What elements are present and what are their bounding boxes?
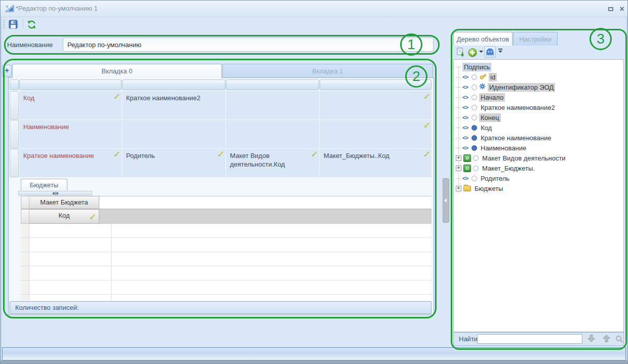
app-icon <box>5 5 14 14</box>
save-icon <box>8 19 18 29</box>
toolbar-grip[interactable] <box>4 20 5 29</box>
grid-column-header[interactable] <box>320 79 431 90</box>
tab-derevo-obektov[interactable]: Дерево объектов <box>453 32 513 46</box>
grid-cell[interactable]: Наименование <box>19 120 122 148</box>
tree-item-maket-byudzhety[interactable]: + D Макет_Бюджеты. <box>454 163 623 173</box>
tree-item-identifikator-eod[interactable]: <> Идентификатор ЭОД <box>454 82 623 92</box>
add-dropdown-icon[interactable] <box>479 51 483 53</box>
nested-key-cell[interactable]: Код <box>29 209 99 224</box>
pencil-icon <box>218 150 224 159</box>
empty-row[interactable] <box>21 295 431 301</box>
name-input[interactable] <box>63 37 434 52</box>
empty-row[interactable] <box>21 266 431 280</box>
tree-item-nachalo[interactable]: <> Начало <box>454 92 623 102</box>
column-resize-splitter[interactable] <box>18 191 92 195</box>
gear-icon <box>479 83 486 91</box>
row-header[interactable] <box>10 120 19 148</box>
grid-column-header[interactable] <box>226 79 319 90</box>
arrow-down-icon <box>586 334 596 343</box>
add-icon <box>468 48 477 57</box>
pencil-icon <box>114 150 120 159</box>
xml-tag-icon: <> <box>462 74 469 80</box>
panel-splitter[interactable] <box>443 178 449 223</box>
empty-row[interactable] <box>21 224 431 238</box>
close-button[interactable]: × <box>617 5 626 13</box>
grid-row: Наименование <box>10 120 431 148</box>
import-structure-icon <box>455 47 465 57</box>
tree-item-konets[interactable]: <> Конец <box>454 112 623 123</box>
row-header[interactable] <box>10 91 19 119</box>
row-header[interactable] <box>21 196 29 209</box>
pencil-icon <box>114 93 120 101</box>
splitter-right-arrow-icon <box>57 192 59 195</box>
xml-tag-icon: <> <box>462 145 469 151</box>
grid-cell[interactable] <box>320 91 431 119</box>
tab-vkladka-1[interactable]: Вкладка 1 <box>222 64 433 78</box>
empty-row[interactable] <box>21 280 431 295</box>
save-button[interactable] <box>7 18 19 30</box>
tree-item-naimenovanie[interactable]: <> Наименование <box>454 143 623 153</box>
maximize-button[interactable] <box>606 5 615 13</box>
grid-cell[interactable]: Макет_Бюджеты..Код <box>320 149 431 177</box>
filled-circle-icon <box>472 145 477 151</box>
radio-circle-icon <box>472 95 477 100</box>
find-next-button[interactable] <box>586 334 596 345</box>
key-icon <box>479 73 487 81</box>
add-tab-button[interactable]: + <box>2 65 12 77</box>
nested-grid-key-row: Код <box>21 209 431 224</box>
expand-plus-icon[interactable]: + <box>456 186 461 191</box>
refresh-button[interactable] <box>25 18 37 30</box>
tree-item-byudzhety[interactable]: + Бюджеты <box>454 183 623 193</box>
grid-column-header[interactable] <box>122 79 225 90</box>
tree-toolbar <box>452 46 624 59</box>
find-input[interactable] <box>477 334 582 344</box>
name-field-label: Наименование <box>7 41 53 49</box>
main-toolbar <box>1 17 627 31</box>
radio-circle-icon <box>473 166 479 171</box>
toolbar-overflow-button[interactable] <box>498 49 502 53</box>
grid-cell[interactable]: Родитель <box>122 149 225 177</box>
tree-item-kod[interactable]: <> Код <box>454 123 623 133</box>
title-bar: *Редактор по-умолчанию 1 × <box>1 1 627 17</box>
row-header[interactable] <box>21 209 29 224</box>
ghost-icon <box>486 48 494 56</box>
add-node-button[interactable] <box>466 47 479 59</box>
ghost-button[interactable] <box>484 46 496 58</box>
empty-row[interactable] <box>21 252 431 266</box>
xml-tag-icon: <> <box>462 84 469 90</box>
tab-vkladka-0[interactable]: Вкладка 0 <box>12 64 222 78</box>
expand-plus-icon[interactable]: + <box>456 166 461 171</box>
find-prev-button[interactable] <box>602 334 611 345</box>
grid-cell[interactable]: Макет Видов деятельности.Код <box>226 149 319 177</box>
expand-plus-icon[interactable]: + <box>456 155 461 161</box>
tree-item-kratkoe-naimenovanie[interactable]: <> Краткое наименование <box>454 133 623 143</box>
tree-item-id[interactable]: <> id <box>454 72 623 82</box>
toolbar-separator <box>23 19 23 29</box>
refresh-icon <box>27 20 36 29</box>
editor-grid: Код Краткое наименование2 Наименование К… <box>8 77 434 315</box>
grid-cell[interactable] <box>226 91 319 119</box>
tree-item-podpis[interactable]: Подпись <box>454 62 623 72</box>
grid-cell[interactable]: Краткое наименование <box>19 149 122 177</box>
search-button[interactable] <box>615 335 623 345</box>
tree-item-kratkoe-naimenovanie2[interactable]: <> Краткое наименование2 <box>454 102 623 112</box>
import-structure-button[interactable] <box>454 46 466 58</box>
grid-cell[interactable] <box>122 120 225 148</box>
tree-item-roditel[interactable]: <> Родитель <box>454 173 623 183</box>
empty-row[interactable] <box>21 238 431 252</box>
nested-data-area[interactable] <box>99 196 431 209</box>
grid-cell[interactable] <box>226 120 319 148</box>
grid-cell[interactable] <box>320 120 431 148</box>
xml-tag-icon: <> <box>462 175 469 181</box>
tree-item-maket-vidov-deyatelnosti[interactable]: + D Макет Видов деятельности <box>454 153 623 163</box>
nested-selected-row[interactable] <box>99 209 431 224</box>
nested-header-cell[interactable]: Макет Бюджета <box>29 196 99 209</box>
pencil-icon <box>424 122 430 130</box>
row-header[interactable] <box>10 149 19 177</box>
tab-byudzhety[interactable]: Бюджеты <box>21 179 67 190</box>
tab-nastroyki[interactable]: Настройки <box>513 32 558 46</box>
grid-cell[interactable]: Код <box>19 91 122 119</box>
pencil-icon <box>311 150 318 159</box>
grid-cell[interactable]: Краткое наименование2 <box>122 91 225 119</box>
grid-column-header[interactable] <box>19 79 122 90</box>
